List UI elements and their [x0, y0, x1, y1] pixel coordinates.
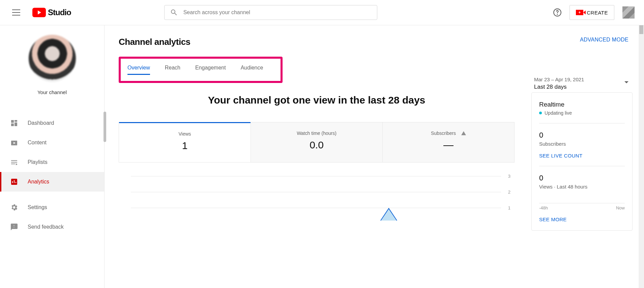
- date-range-picker[interactable]: Mar 23 – Apr 19, 2021 Last 28 days: [534, 77, 628, 90]
- live-dot-icon: [539, 112, 542, 114]
- metric-value: —: [383, 139, 514, 151]
- account-avatar[interactable]: [622, 6, 635, 19]
- see-live-count-link[interactable]: SEE LIVE COUNT: [539, 153, 582, 159]
- realtime-views-value: 0: [539, 174, 625, 182]
- analytics-icon: [10, 178, 18, 186]
- realtime-subs-label: Subscribers: [539, 141, 625, 147]
- camera-icon: +: [576, 10, 583, 15]
- advanced-mode-link[interactable]: ADVANCED MODE: [580, 37, 628, 43]
- dropdown-arrow-icon: [624, 81, 628, 83]
- metric-watch-time[interactable]: Watch time (hours) 0.0: [251, 122, 382, 162]
- menu-button[interactable]: [9, 6, 23, 19]
- channel-avatar[interactable]: [29, 35, 76, 82]
- tab-overview[interactable]: Overview: [127, 62, 150, 74]
- warning-icon: [461, 131, 466, 135]
- svg-point-1: [557, 14, 558, 15]
- help-icon: [553, 8, 562, 17]
- realtime-subs-value: 0: [539, 131, 625, 140]
- metric-tabs: Views 1 Watch time (hours) 0.0 Subscribe…: [119, 122, 515, 163]
- metric-value: 0.0: [251, 139, 382, 151]
- metric-name: Views: [178, 131, 191, 137]
- sidebar-item-label: Analytics: [28, 179, 49, 185]
- ytick: 3: [508, 174, 510, 179]
- search-box[interactable]: [164, 5, 377, 20]
- tab-reach[interactable]: Reach: [165, 62, 180, 74]
- help-button[interactable]: [551, 6, 564, 19]
- dashboard-icon: [10, 119, 18, 127]
- sidebar: Your channel Dashboard Content Playlists…: [0, 25, 105, 288]
- search-input[interactable]: [183, 9, 372, 16]
- views-chart: 3 2 1: [131, 176, 510, 230]
- ytick: 1: [508, 205, 510, 210]
- ytick: 2: [508, 190, 510, 195]
- realtime-views-label: Views · Last 48 hours: [539, 184, 625, 190]
- sidebar-item-label: Settings: [28, 204, 47, 210]
- date-range-text: Mar 23 – Apr 19, 2021: [534, 77, 628, 82]
- page-scrollbar[interactable]: [639, 25, 644, 288]
- hamburger-icon: [12, 9, 20, 16]
- sidebar-item-label: Send feedback: [28, 224, 64, 230]
- metric-views[interactable]: Views 1: [119, 122, 251, 162]
- sidebar-item-content[interactable]: Content: [0, 133, 104, 152]
- sidebar-nav: Dashboard Content Playlists Analytics Se…: [0, 113, 104, 237]
- search-icon: [170, 8, 178, 17]
- header-actions: + CREATE: [551, 5, 635, 20]
- tabs-highlight-box: Overview Reach Engagement Audience: [119, 57, 283, 83]
- content-icon: [10, 139, 18, 147]
- create-label: CREATE: [587, 10, 608, 16]
- axis-right: Now: [616, 205, 625, 210]
- tab-engagement[interactable]: Engagement: [195, 62, 226, 74]
- page-title: Channel analytics: [119, 37, 644, 47]
- realtime-panel: Realtime Updating live 0 Subscribers SEE…: [531, 92, 633, 231]
- axis-left: -48h: [539, 205, 548, 210]
- metric-name: Watch time (hours): [297, 131, 336, 136]
- app-header: Studio + CREATE: [0, 0, 644, 25]
- sidebar-item-playlists[interactable]: Playlists: [0, 152, 104, 172]
- sidebar-item-settings[interactable]: Settings: [0, 198, 104, 217]
- chart-peak-stroke: [381, 208, 482, 258]
- sidebar-item-label: Content: [28, 140, 47, 146]
- feedback-icon: [10, 223, 18, 231]
- updating-live-text: Updating live: [545, 110, 572, 116]
- overview-chart-panel: Your channel got one view in the last 28…: [119, 94, 515, 231]
- sidebar-item-label: Playlists: [28, 159, 48, 165]
- main-content: Channel analytics ADVANCED MODE Overview…: [105, 25, 644, 288]
- scrollbar-thumb[interactable]: [639, 25, 643, 34]
- youtube-icon: [32, 8, 46, 17]
- tab-audience[interactable]: Audience: [241, 62, 263, 74]
- see-more-link[interactable]: SEE MORE: [539, 217, 567, 222]
- analytics-headline: Your channel got one view in the last 28…: [119, 94, 515, 106]
- realtime-title: Realtime: [539, 101, 625, 108]
- playlists-icon: [10, 158, 18, 166]
- realtime-status: Updating live: [539, 110, 625, 116]
- create-button[interactable]: + CREATE: [569, 5, 614, 20]
- sidebar-item-feedback[interactable]: Send feedback: [0, 217, 104, 237]
- metric-subscribers[interactable]: Subscribers —: [382, 122, 514, 162]
- metric-name: Subscribers: [431, 131, 466, 136]
- studio-wordmark: Studio: [48, 8, 71, 17]
- sidebar-item-dashboard[interactable]: Dashboard: [0, 113, 104, 133]
- analytics-tabs: Overview Reach Engagement Audience: [123, 62, 278, 74]
- search-container: [164, 5, 377, 20]
- gear-icon: [10, 203, 18, 211]
- sidebar-item-analytics[interactable]: Analytics: [0, 172, 104, 192]
- realtime-axis: -48h Now: [539, 203, 625, 210]
- studio-logo[interactable]: Studio: [32, 8, 71, 17]
- sidebar-item-label: Dashboard: [28, 120, 54, 126]
- channel-label: Your channel: [37, 89, 67, 95]
- date-preset-text: Last 28 days: [534, 84, 628, 90]
- metric-value: 1: [119, 140, 251, 151]
